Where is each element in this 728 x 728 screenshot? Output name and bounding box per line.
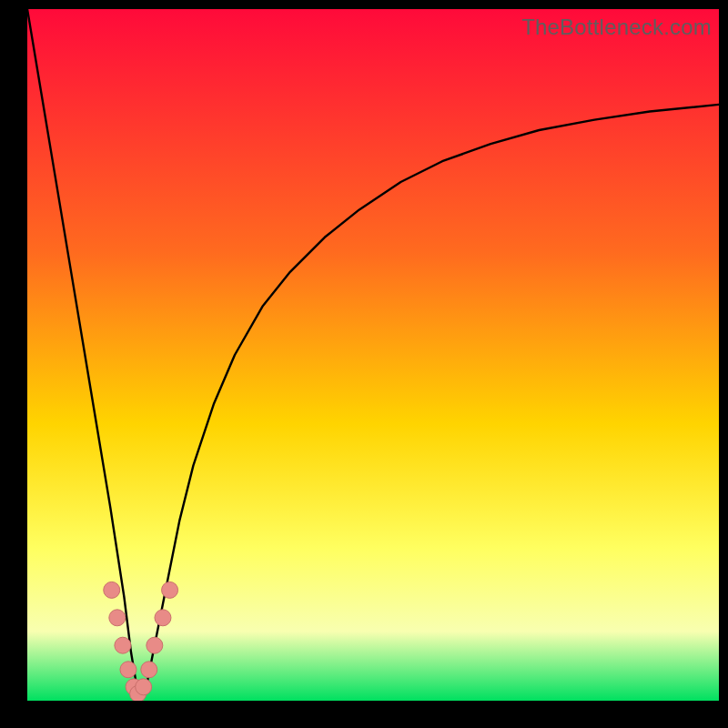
gradient-background <box>27 9 719 701</box>
marker-dot <box>162 581 178 598</box>
marker-dot <box>141 662 157 678</box>
marker-dot <box>120 662 136 678</box>
marker-dot <box>104 581 120 598</box>
chart-frame: TheBottleneck.com <box>27 9 719 701</box>
marker-dot <box>155 610 171 626</box>
watermark-text: TheBottleneck.com <box>521 15 712 40</box>
bottleneck-plot <box>27 9 719 701</box>
marker-dot <box>136 679 152 695</box>
marker-dot <box>147 637 163 653</box>
marker-dot <box>115 637 131 653</box>
marker-dot <box>109 610 126 626</box>
